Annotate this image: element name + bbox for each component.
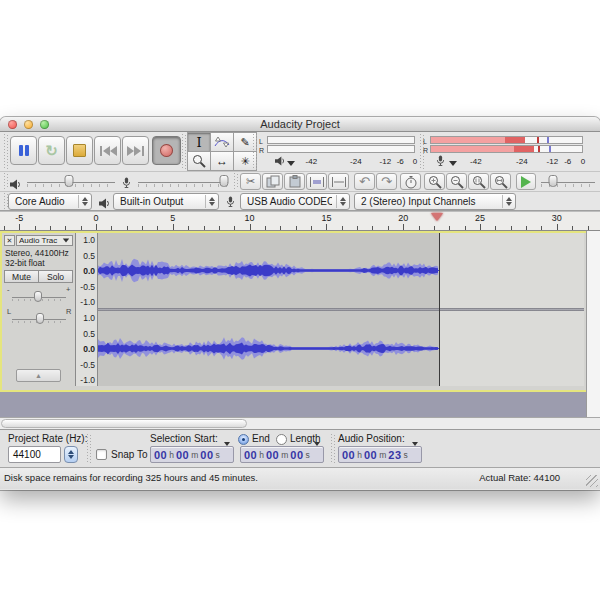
recording-device-value: USB Audio CODEC xyxy=(247,196,332,207)
project-rate-stepper[interactable] xyxy=(64,446,78,463)
sel-start-minutes[interactable]: 00 xyxy=(176,449,189,461)
audio-track[interactable]: ✕ Audio Trac Stereo, 44100Hz 32-bit floa… xyxy=(0,231,590,392)
track-name-menu[interactable]: Audio Trac xyxy=(16,235,73,246)
skip-to-start-button[interactable] xyxy=(94,136,121,165)
trim-audio-button[interactable] xyxy=(306,173,327,190)
time-format-dropdown-icon[interactable] xyxy=(314,446,320,464)
snap-to-checkbox[interactable] xyxy=(96,449,107,460)
skip-to-start-icon xyxy=(99,146,117,156)
left-channel[interactable] xyxy=(98,233,584,308)
meter-scale-label: -12 xyxy=(547,157,559,166)
play-at-speed-button[interactable] xyxy=(516,173,536,190)
copy-button[interactable] xyxy=(262,173,283,190)
skip-to-end-button[interactable] xyxy=(122,136,149,165)
sel-end-seconds[interactable]: 00 xyxy=(290,449,303,461)
playback-device-value: Built-in Output xyxy=(120,196,201,207)
output-meter-scale: -42-24-12-60 xyxy=(267,155,415,168)
output-meter-bar-R[interactable] xyxy=(267,145,415,153)
horizontal-scrollbar-thumb[interactable] xyxy=(1,419,247,428)
gain-thumb[interactable] xyxy=(34,291,42,302)
gain-slider[interactable] xyxy=(12,291,66,303)
undo-button[interactable]: ↶ xyxy=(354,173,375,190)
edit-toolbar-grip[interactable] xyxy=(233,173,239,189)
selection-end-time-field[interactable]: 00 h 00 m 00 s xyxy=(240,446,324,463)
zoom-to-selection-button[interactable] xyxy=(468,173,489,190)
stop-button[interactable] xyxy=(66,136,93,165)
playback-device-select[interactable]: Built-in Output xyxy=(113,193,219,210)
track-close-button[interactable]: ✕ xyxy=(4,235,15,246)
playback-speed-slider[interactable] xyxy=(541,175,595,188)
input-volume-slider[interactable] xyxy=(138,175,228,188)
zoom-out-button[interactable] xyxy=(446,173,467,190)
selection-toolbar-grip[interactable] xyxy=(86,434,92,464)
solo-button[interactable]: Solo xyxy=(38,270,73,283)
vertical-ruler-label: -0.5 xyxy=(80,361,95,370)
selection-tool-button[interactable]: I xyxy=(187,132,211,152)
redo-button[interactable]: ↷ xyxy=(376,173,397,190)
envelope-tool-button[interactable] xyxy=(210,132,234,152)
project-rate-input[interactable]: 44100 xyxy=(8,446,61,463)
window-titlebar[interactable]: Audacity Project xyxy=(0,117,600,132)
sel-end-minutes[interactable]: 00 xyxy=(266,449,279,461)
vertical-ruler-label: 0.0 xyxy=(83,345,95,354)
sel-start-seconds[interactable]: 00 xyxy=(200,449,213,461)
silence-audio-button[interactable] xyxy=(328,173,349,190)
end-radio[interactable] xyxy=(238,434,249,445)
vertical-ruler[interactable]: 1.00.50.0-0.5-1.0 1.00.50.0-0.5-1.0 xyxy=(76,233,98,386)
timeline-tick xyxy=(204,226,205,230)
pan-slider[interactable] xyxy=(12,313,66,325)
output-meter-grip[interactable] xyxy=(252,134,258,170)
transport-toolbar-grip[interactable] xyxy=(3,134,9,170)
cut-button[interactable]: ✂ xyxy=(240,173,261,190)
waveform-display[interactable] xyxy=(98,233,584,386)
timeline-tick xyxy=(588,226,589,230)
audio-position-time-field[interactable]: 00 h 00 m 23 s xyxy=(338,446,422,463)
record-button[interactable] xyxy=(152,136,181,165)
track-area[interactable]: ✕ Audio Trac Stereo, 44100Hz 32-bit floa… xyxy=(0,231,586,417)
record-cursor-marker[interactable] xyxy=(431,213,443,221)
pan-thumb[interactable] xyxy=(36,313,44,324)
stop-icon xyxy=(73,144,86,157)
input-volume-thumb[interactable] xyxy=(220,175,229,187)
meter-scale-label: -42 xyxy=(470,157,482,166)
recording-device-select[interactable]: USB Audio CODEC xyxy=(240,193,350,210)
microphone-icon[interactable] xyxy=(436,155,445,169)
horizontal-scrollbar[interactable] xyxy=(0,417,600,429)
time-format-dropdown-icon[interactable] xyxy=(412,446,418,464)
zoom-tool-button[interactable] xyxy=(187,151,211,171)
speaker-icon[interactable] xyxy=(274,156,286,168)
vertical-scrollbar[interactable] xyxy=(586,231,600,417)
length-radio[interactable] xyxy=(276,434,287,445)
close-icon: ✕ xyxy=(7,237,13,245)
output-volume-slider[interactable] xyxy=(27,175,115,188)
output-volume-thumb[interactable] xyxy=(65,175,74,187)
selection-start-time-field[interactable]: 00 h 00 m 00 s xyxy=(150,446,234,463)
input-meter-bar-L[interactable] xyxy=(430,136,583,144)
right-channel[interactable] xyxy=(98,311,584,386)
zoom-in-button[interactable] xyxy=(424,173,445,190)
mute-button[interactable]: Mute xyxy=(4,270,39,283)
sel-end-hours[interactable]: 00 xyxy=(244,449,257,461)
play-button[interactable]: ↻ xyxy=(38,136,65,165)
stopwatch-button[interactable] xyxy=(400,173,421,190)
audio-pos-hours[interactable]: 00 xyxy=(342,449,355,461)
input-meter-bar-R[interactable] xyxy=(430,145,583,153)
pause-button[interactable] xyxy=(10,136,37,165)
sel-start-hours[interactable]: 00 xyxy=(154,449,167,461)
time-format-dropdown-icon[interactable] xyxy=(224,446,230,464)
recording-channels-select[interactable]: 2 (Stereo) Input Channels xyxy=(354,193,516,210)
track-collapse-button[interactable]: ▲ xyxy=(16,369,61,382)
pause-icon xyxy=(18,142,30,160)
audio-host-select[interactable]: Core Audio xyxy=(8,193,92,210)
output-meter-bar-L[interactable] xyxy=(267,136,415,144)
paste-button[interactable] xyxy=(284,173,305,190)
playback-speed-thumb[interactable] xyxy=(548,175,557,187)
output-meter-l-label: L xyxy=(259,138,263,145)
resize-grip[interactable] xyxy=(586,475,598,487)
fit-project-button[interactable] xyxy=(490,173,511,190)
timeline-ruler[interactable]: -5051015202530 xyxy=(0,211,600,231)
audio-pos-seconds[interactable]: 23 xyxy=(388,449,401,461)
audio-pos-minutes[interactable]: 00 xyxy=(364,449,377,461)
selection-toolbar-grip-2[interactable] xyxy=(330,434,336,464)
time-shift-tool-button[interactable]: ↔ xyxy=(210,151,234,171)
